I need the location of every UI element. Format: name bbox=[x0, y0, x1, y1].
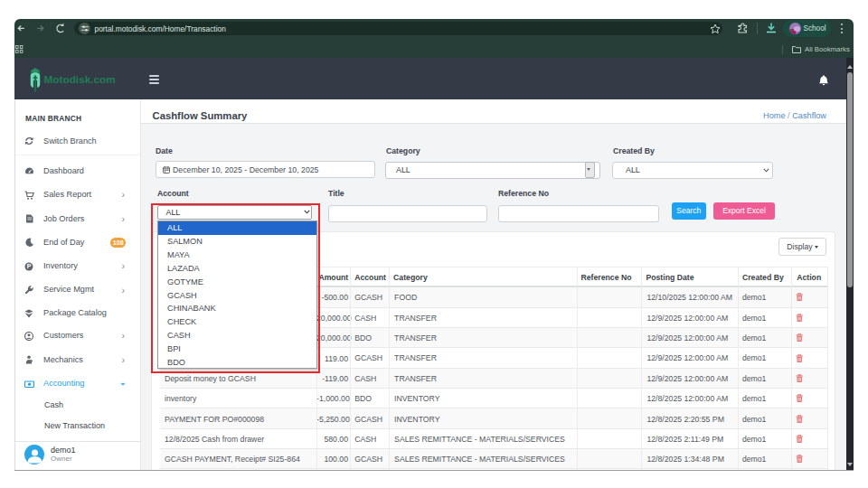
svg-text:P: P bbox=[27, 263, 32, 269]
